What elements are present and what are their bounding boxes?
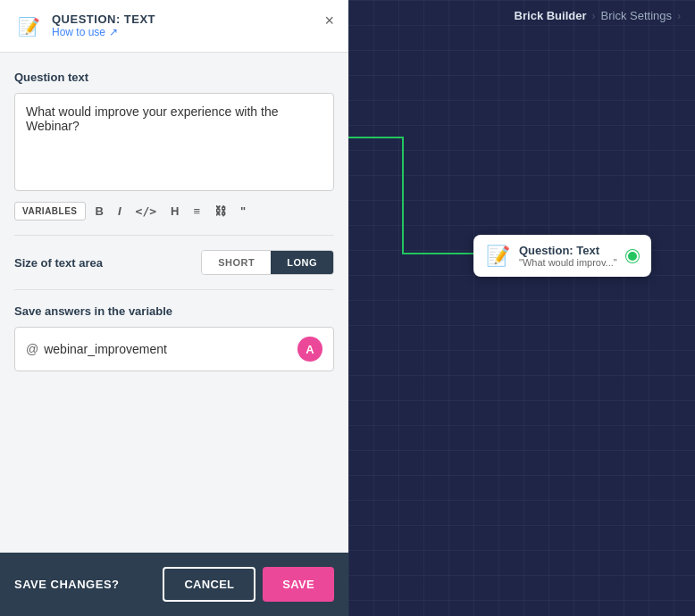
variable-input-wrapper: @ A [14,327,334,371]
left-panel: 📝 QUESTION: TEXT How to use ↗ × Question… [0,0,348,616]
quote-button[interactable]: " [236,202,250,221]
breadcrumb-chevron-2: › [677,10,681,22]
cancel-button[interactable]: CANCEL [163,567,255,602]
size-long-button[interactable]: LONG [271,251,333,274]
how-to-use-link[interactable]: How to use ↗ [52,26,155,38]
node-output-dot[interactable] [626,250,639,262]
formatting-toolbar: VARIABLES B I </> H ≡ ⛓ " [14,202,334,221]
flow-line-horizontal-1 [348,137,402,138]
list-button[interactable]: ≡ [188,202,205,221]
breadcrumb-bar: Brick Builder › Brick Settings › [348,0,695,31]
breadcrumb-brick-settings[interactable]: Brick Settings [601,9,672,22]
panel-title: QUESTION: TEXT [52,12,155,26]
variable-input[interactable] [44,342,297,356]
flow-line-vertical [402,137,404,253]
header-left: 📝 QUESTION: TEXT How to use ↗ [14,12,155,41]
avatar: A [297,337,322,362]
save-button[interactable]: SAVE [263,567,334,602]
size-toggle: SHORT LONG [201,250,334,275]
size-short-button[interactable]: SHORT [202,251,271,274]
node-subtitle: "What would improv..." [519,257,617,268]
panel-header: 📝 QUESTION: TEXT How to use ↗ × [0,0,348,53]
external-link-icon: ↗ [109,26,118,38]
at-sign: @ [26,342,38,356]
size-label: Size of text area [14,256,103,270]
variables-button[interactable]: VARIABLES [14,202,86,221]
flow-line-horizontal-2 [402,253,473,254]
breadcrumb-chevron-1: › [592,10,596,22]
bold-button[interactable]: B [91,202,108,221]
panel-footer: SAVE CHANGES? CANCEL SAVE [0,553,348,616]
divider-1 [14,235,334,236]
node-icon: 📝 [486,245,510,268]
close-button[interactable]: × [324,12,334,29]
code-button[interactable]: </> [131,202,161,221]
node-title: Question: Text [519,244,617,257]
panel-content: Question text What would improve your ex… [0,53,348,553]
question-text-icon: 📝 [14,12,43,41]
node-text-block: Question: Text "What would improv..." [519,244,617,268]
save-changes-label: SAVE CHANGES? [14,578,120,591]
link-button[interactable]: ⛓ [210,202,230,221]
question-textarea[interactable]: What would improve your experience with … [14,93,334,191]
footer-buttons: CANCEL SAVE [163,567,334,602]
question-text-node[interactable]: 📝 Question: Text "What would improv..." [473,235,651,277]
right-panel: Brick Builder › Brick Settings › 📝 Quest… [348,0,695,616]
header-text-block: QUESTION: TEXT How to use ↗ [52,12,155,38]
question-text-label: Question text [14,71,334,84]
canvas-area: 📝 Question: Text "What would improv..." [348,31,695,616]
heading-button[interactable]: H [166,202,183,221]
variable-label: Save answers in the variable [14,304,334,318]
size-row: Size of text area SHORT LONG [14,250,334,275]
divider-2 [14,289,334,290]
breadcrumb-brick-builder[interactable]: Brick Builder [515,9,587,22]
how-to-use-label: How to use [52,26,105,38]
italic-button[interactable]: I [113,202,126,221]
